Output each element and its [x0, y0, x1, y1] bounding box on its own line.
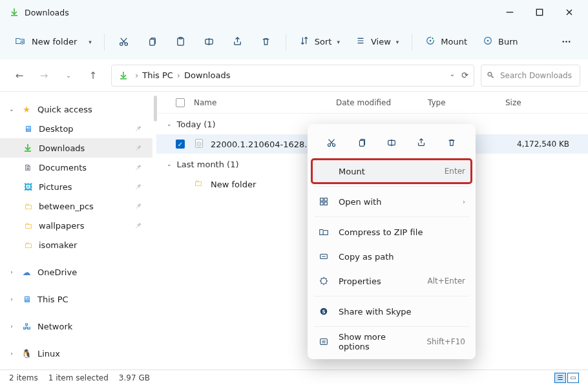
- maximize-button[interactable]: [525, 2, 554, 23]
- context-menu: • Mount Enter Open with › Compress to ZI…: [308, 124, 476, 359]
- separator: [314, 186, 469, 187]
- column-date[interactable]: Date modified: [336, 98, 428, 107]
- main-area: ⌄ ★ Quick access 🖥 Desktop 📌︎ Downloads …: [0, 92, 588, 373]
- svg-point-15: [568, 41, 569, 42]
- sidebar-item-label: This PC: [37, 295, 68, 304]
- new-folder-button[interactable]: New folder ▾: [9, 32, 98, 51]
- address-bar[interactable]: › This PC › Downloads ⌄ ⟳: [111, 65, 474, 87]
- cm-share-button[interactable]: [412, 133, 431, 152]
- share-button[interactable]: [225, 30, 251, 54]
- details-view-button[interactable]: ☰: [554, 373, 566, 383]
- svg-point-14: [565, 41, 567, 42]
- download-arrow-icon: [22, 142, 34, 154]
- cm-cut-button[interactable]: [322, 133, 341, 152]
- sidebar-item-wallpapers[interactable]: 🗀 wallpapers 📌︎: [0, 216, 152, 235]
- column-name[interactable]: Name: [194, 98, 336, 107]
- minimize-button[interactable]: [495, 2, 525, 23]
- group-label: Last month (1): [177, 160, 239, 169]
- recent-dropdown[interactable]: ⌄: [57, 64, 80, 87]
- refresh-button[interactable]: ⟳: [461, 70, 468, 80]
- cm-copy-button[interactable]: [352, 133, 372, 152]
- status-size: 3.97 GB: [119, 373, 150, 382]
- column-type[interactable]: Type: [428, 98, 505, 107]
- svg-rect-0: [536, 9, 542, 15]
- star-icon: ★: [21, 103, 32, 115]
- cut-button[interactable]: [111, 30, 137, 54]
- search-icon: 🔍︎: [487, 70, 495, 80]
- pin-icon: 📌︎: [134, 202, 142, 211]
- window-controls: [495, 2, 584, 23]
- sidebar-item-documents[interactable]: 🗎 Documents 📌︎: [0, 158, 152, 177]
- delete-button[interactable]: [253, 30, 279, 54]
- chevron-down-icon: ⌄: [8, 106, 16, 112]
- row-checkbox[interactable]: ✓: [176, 140, 185, 149]
- sort-icon: [299, 36, 310, 48]
- sidebar-item-network[interactable]: › 🖧 Network: [0, 317, 152, 336]
- more-icon: [318, 336, 330, 348]
- row-checkbox[interactable]: [176, 180, 185, 189]
- view-label: View: [371, 37, 391, 47]
- sidebar-item-onedrive[interactable]: › ☁ OneDrive: [0, 262, 152, 282]
- svg-rect-21: [359, 140, 364, 146]
- mount-button[interactable]: Mount: [419, 30, 474, 54]
- rename-button[interactable]: [196, 30, 222, 54]
- sidebar-item-downloads[interactable]: Downloads 📌︎: [0, 138, 152, 158]
- copy-button[interactable]: [140, 30, 165, 54]
- sidebar-item-isomaker[interactable]: 🗀 isomaker: [0, 235, 152, 255]
- pin-icon: 📌︎: [134, 163, 142, 172]
- thumbnails-view-button[interactable]: ▭: [567, 373, 579, 383]
- separator: [412, 34, 412, 50]
- sidebar-item-label: Desktop: [39, 124, 74, 134]
- view-button[interactable]: View ▾: [349, 30, 405, 54]
- sidebar-item-pictures[interactable]: 🖼 Pictures 📌︎: [0, 177, 152, 196]
- cm-share-skype[interactable]: S Share with Skype: [311, 299, 472, 324]
- breadcrumb-this-pc[interactable]: This PC: [140, 69, 176, 81]
- cm-mount[interactable]: • Mount Enter: [311, 159, 472, 183]
- up-button[interactable]: ↑: [81, 64, 105, 87]
- paste-button[interactable]: [168, 30, 194, 54]
- cm-properties[interactable]: Properties Alt+Enter: [311, 269, 472, 293]
- disc-image-icon: [194, 138, 205, 150]
- open-with-icon: [318, 196, 330, 207]
- sidebar-item-label: isomaker: [39, 240, 77, 250]
- forward-button[interactable]: →: [32, 64, 56, 87]
- search-box[interactable]: 🔍︎: [481, 65, 580, 87]
- cm-rename-button[interactable]: [382, 133, 401, 152]
- sidebar-quick-access[interactable]: ⌄ ★ Quick access: [0, 99, 152, 119]
- column-size[interactable]: Size: [505, 98, 588, 107]
- pin-icon: 📌︎: [134, 143, 142, 152]
- chevron-right-icon: ›: [463, 198, 465, 205]
- cm-compress[interactable]: Compress to ZIP file: [311, 220, 472, 244]
- search-input[interactable]: [500, 71, 574, 80]
- cm-show-more[interactable]: Show more options Shift+F10: [311, 329, 472, 354]
- separator: [104, 34, 105, 50]
- cm-delete-button[interactable]: [442, 133, 461, 152]
- chevron-down-icon[interactable]: ⌄: [450, 70, 455, 80]
- folder-icon: 🗀: [22, 200, 34, 212]
- folder-icon: 🗀: [22, 239, 34, 251]
- burn-button[interactable]: Burn: [476, 30, 525, 54]
- svg-rect-25: [320, 202, 323, 205]
- back-button[interactable]: ←: [8, 64, 31, 87]
- overflow-button[interactable]: [553, 30, 579, 54]
- svg-rect-4: [150, 39, 155, 45]
- sidebar-item-between-pcs[interactable]: 🗀 between_pcs 📌︎: [0, 196, 152, 216]
- breadcrumb-downloads[interactable]: Downloads: [182, 69, 233, 81]
- cm-copy-path[interactable]: Copy as path: [311, 244, 472, 269]
- svg-point-28: [321, 278, 327, 284]
- cm-open-with[interactable]: Open with ›: [311, 189, 472, 214]
- svg-point-9: [430, 40, 432, 42]
- close-button[interactable]: [554, 2, 584, 23]
- svg-point-18: [198, 143, 200, 145]
- select-all-checkbox[interactable]: [176, 98, 185, 107]
- sidebar-item-desktop[interactable]: 🖥 Desktop 📌︎: [0, 119, 152, 138]
- mount-icon: [425, 36, 436, 48]
- sidebar-item-this-pc[interactable]: › 🖥 This PC: [0, 289, 152, 309]
- column-headers[interactable]: Name Date modified Type Size: [156, 92, 588, 114]
- monitor-icon: 🖥: [21, 293, 32, 305]
- status-selected: 1 item selected: [48, 373, 109, 382]
- sort-button[interactable]: Sort ▾: [293, 30, 346, 54]
- sidebar-item-linux[interactable]: › 🐧 Linux: [0, 344, 152, 363]
- pin-icon: 📌︎: [134, 124, 142, 133]
- pin-icon: 📌︎: [134, 182, 142, 191]
